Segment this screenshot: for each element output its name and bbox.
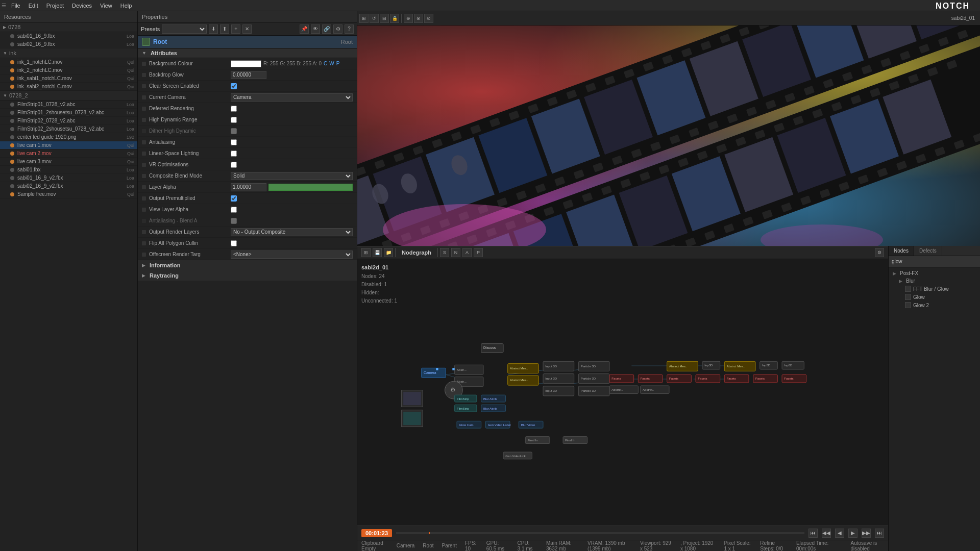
- view-btn-2[interactable]: ↺: [370, 14, 379, 23]
- current-camera-select[interactable]: Camera: [231, 93, 353, 102]
- prop-help-btn[interactable]: ?: [345, 24, 354, 34]
- nodes-search-input[interactable]: [889, 256, 980, 267]
- prop-eye-btn[interactable]: 👁: [311, 24, 320, 34]
- preset-close-btn[interactable]: ✕: [242, 24, 252, 34]
- layer-alpha-input[interactable]: [231, 183, 266, 191]
- menu-edit[interactable]: Edit: [24, 0, 42, 11]
- menu-view[interactable]: View: [96, 0, 116, 11]
- play-pause[interactable]: ▶: [848, 529, 857, 538]
- menu-help[interactable]: Help: [116, 0, 136, 11]
- clear-screen-checkbox[interactable]: [231, 83, 237, 89]
- tree-checkbox[interactable]: [905, 302, 911, 308]
- tree-item-fft-blur[interactable]: FFT Blur / Glow: [891, 285, 978, 293]
- raytracing-section[interactable]: ▶ Raytracing: [138, 270, 357, 281]
- play-to-end[interactable]: ⏭: [875, 529, 884, 538]
- presets-select[interactable]: [162, 24, 207, 34]
- preset-add-btn[interactable]: +: [231, 24, 240, 34]
- list-item[interactable]: live cam 3.mov Qui: [0, 158, 137, 166]
- menu-file[interactable]: File: [7, 0, 24, 11]
- menu-project[interactable]: Project: [42, 0, 68, 11]
- list-item[interactable]: sabi01.fbx Loa: [0, 166, 137, 174]
- information-section[interactable]: ▶ Information: [138, 260, 357, 270]
- output-premultiplied-checkbox[interactable]: [231, 195, 237, 202]
- backdrop-glow-input[interactable]: [231, 71, 266, 79]
- preset-down-btn[interactable]: ⬇: [209, 24, 218, 34]
- list-item[interactable]: live cam 1.mov Qui: [0, 141, 137, 149]
- list-item[interactable]: ink_1_notchLC.mov Qui: [0, 58, 137, 66]
- output-render-layers-select[interactable]: No - Output Composite: [231, 228, 353, 236]
- resource-group-ink[interactable]: ▼ ink: [0, 48, 137, 58]
- ng-settings-btn[interactable]: ⚙: [875, 248, 884, 257]
- prev-frame[interactable]: ◀◀: [822, 529, 831, 538]
- tree-item-post-fx[interactable]: ▶ Post-FX: [891, 269, 978, 277]
- prop-label: Deferred Rendering: [149, 106, 231, 111]
- tab-defects[interactable]: Defects: [914, 246, 942, 256]
- color-swatch[interactable]: [231, 60, 261, 67]
- list-item[interactable]: FilmStrip02_0728_v2.abc Loa: [0, 117, 137, 125]
- color-link-p[interactable]: P: [336, 61, 340, 66]
- composite-blend-select[interactable]: Solid: [231, 172, 353, 180]
- tree-item-glow-2[interactable]: Glow 2: [891, 301, 978, 309]
- list-item[interactable]: ink_sabi1_notchLC.mov Qui: [0, 74, 137, 83]
- step-back[interactable]: ◀: [835, 529, 844, 538]
- ng-btn-3[interactable]: 📁: [384, 248, 393, 257]
- prop-pin-btn[interactable]: 📌: [300, 24, 309, 34]
- list-item[interactable]: ink_2_notchLC.mov Qui: [0, 66, 137, 74]
- list-item[interactable]: FilmStrip02_2shousetsu_0728_v2.abc Loa: [0, 125, 137, 133]
- tree-checkbox[interactable]: [905, 294, 911, 300]
- dither-checkbox[interactable]: [231, 128, 237, 134]
- deferred-rendering-checkbox[interactable]: [231, 106, 237, 112]
- ng-tool-btn-3[interactable]: A: [462, 248, 472, 257]
- view-btn-6[interactable]: ⊗: [414, 14, 423, 23]
- attributes-section[interactable]: ▼ Attributes: [138, 48, 357, 58]
- view-btn-5[interactable]: ⊕: [404, 14, 413, 23]
- hdr-checkbox[interactable]: [231, 117, 237, 123]
- flip-polygon-checkbox[interactable]: [231, 240, 237, 246]
- view-btn-1[interactable]: ⊞: [359, 14, 369, 23]
- prop-antialiasing-blend: Antialiasing - Blend A: [138, 215, 357, 227]
- nodegraph-content[interactable]: sabi2d_01 Nodes: 24 Disabled: 1 Hidden: …: [357, 259, 888, 525]
- color-link-w[interactable]: W: [329, 61, 334, 66]
- step-forward[interactable]: ▶▶: [862, 529, 871, 538]
- ng-btn-2[interactable]: 💾: [373, 248, 382, 257]
- ng-tool-btn[interactable]: S: [440, 248, 449, 257]
- view-btn-4[interactable]: 🔒: [390, 14, 399, 23]
- prop-link-btn[interactable]: 🔗: [322, 24, 331, 34]
- color-link-c[interactable]: C: [324, 61, 327, 66]
- view-btn-3[interactable]: ⊟: [380, 14, 389, 23]
- group-label: 0728: [8, 24, 20, 30]
- tree-item-blur[interactable]: ▶ Blur: [891, 277, 978, 285]
- resource-group-0728-2[interactable]: ▼ 0728_2: [0, 91, 137, 101]
- ng-tool-btn-2[interactable]: N: [451, 248, 460, 257]
- list-item[interactable]: live cam 2.mov Qui: [0, 149, 137, 158]
- vr-checkbox[interactable]: [231, 162, 237, 168]
- layer-alpha-slider[interactable]: [268, 184, 353, 191]
- view-btn-7[interactable]: ⊙: [424, 14, 433, 23]
- timeline-track[interactable]: [396, 532, 804, 534]
- offscreen-render-select[interactable]: <None>: [231, 251, 353, 259]
- tree-checkbox[interactable]: [905, 286, 911, 292]
- preset-upload-btn[interactable]: ⬆: [220, 24, 229, 34]
- tree-item-glow[interactable]: Glow: [891, 293, 978, 301]
- list-item[interactable]: sabi01_16_9_v2.fbx Loa: [0, 174, 137, 182]
- ng-tool-btn-4[interactable]: P: [474, 248, 483, 257]
- prop-settings-btn[interactable]: ⚙: [333, 24, 342, 34]
- prop-label: Current Camera: [149, 94, 231, 100]
- resource-group-0728[interactable]: ▶ 0728: [0, 22, 137, 32]
- list-item[interactable]: ink_sabi2_notchLC.mov Qui: [0, 83, 137, 91]
- linear-space-checkbox[interactable]: [231, 151, 237, 157]
- menu-devices[interactable]: Devices: [68, 0, 96, 11]
- list-item[interactable]: sabi02_16_9_v2.fbx Loa: [0, 182, 137, 190]
- ng-btn-1[interactable]: ⊞: [361, 248, 371, 257]
- list-item[interactable]: center led guide 1920.png 192: [0, 133, 137, 141]
- play-to-start[interactable]: ⏮: [808, 529, 818, 538]
- list-item[interactable]: Sample free.mov Qui: [0, 190, 137, 198]
- view-layer-alpha-checkbox[interactable]: [231, 207, 237, 213]
- list-item[interactable]: FilmStrip01_0728_v2.abc Loa: [0, 101, 137, 109]
- list-item[interactable]: sabi02_16_9.fbx Loa: [0, 40, 137, 48]
- list-item[interactable]: FilmStrip01_2shousetsu_0728_v2.abc Loa: [0, 109, 137, 117]
- tab-nodes[interactable]: Nodes: [889, 246, 914, 256]
- list-item[interactable]: sabi01_16_9.fbx Loa: [0, 32, 137, 40]
- antialiasing-checkbox[interactable]: [231, 139, 237, 145]
- antialiasing-blend-checkbox[interactable]: [231, 218, 237, 224]
